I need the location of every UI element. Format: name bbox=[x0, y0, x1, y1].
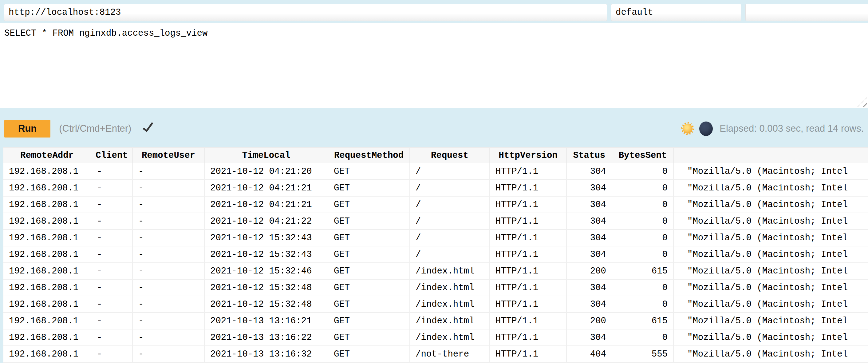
table-cell: "Mozilla/5.0 (Macintosh; Intel bbox=[674, 296, 868, 312]
shortcut-hint: (Ctrl/Cmd+Enter) bbox=[59, 123, 131, 134]
table-cell: "Mozilla/5.0 (Macintosh; Intel bbox=[674, 196, 868, 213]
table-cell: / bbox=[410, 213, 490, 229]
table-row: 192.168.208.1--2021-10-12 04:21:22GET/HT… bbox=[3, 213, 868, 229]
table-cell: 304 bbox=[566, 329, 612, 346]
table-cell: 0 bbox=[612, 329, 674, 346]
table-cell: / bbox=[410, 246, 490, 263]
run-toolbar: Run (Ctrl/Cmd+Enter) Elapsed: 0.003 sec,… bbox=[0, 108, 868, 147]
table-cell: 304 bbox=[566, 246, 612, 263]
table-cell: 2021-10-12 04:21:22 bbox=[205, 213, 328, 229]
table-cell: - bbox=[91, 246, 132, 263]
table-cell: - bbox=[91, 279, 132, 296]
table-cell: 2021-10-12 15:32:43 bbox=[205, 246, 328, 263]
table-row: 192.168.208.1--2021-10-12 15:32:46GET/in… bbox=[3, 263, 868, 279]
table-cell: - bbox=[91, 346, 132, 362]
moon-theme-icon[interactable] bbox=[699, 121, 713, 136]
table-cell: - bbox=[91, 180, 132, 196]
table-row: 192.168.208.1--2021-10-13 13:16:21GET/in… bbox=[3, 312, 868, 329]
table-cell: - bbox=[132, 229, 205, 246]
table-cell: 192.168.208.1 bbox=[3, 163, 91, 180]
table-cell: "Mozilla/5.0 (Macintosh; Intel bbox=[674, 346, 868, 362]
table-cell: "Mozilla/5.0 (Macintosh; Intel bbox=[674, 312, 868, 329]
table-cell: 2021-10-13 13:16:32 bbox=[205, 346, 328, 362]
sun-core bbox=[683, 124, 692, 134]
table-cell: 192.168.208.1 bbox=[3, 296, 91, 312]
table-cell: GET bbox=[328, 229, 410, 246]
column-header-useragent bbox=[674, 148, 868, 163]
query-stats-text: Elapsed: 0.003 sec, read 14 rows. bbox=[719, 123, 864, 134]
table-cell: / bbox=[410, 180, 490, 196]
table-cell: - bbox=[91, 296, 132, 312]
table-cell: "Mozilla/5.0 (Macintosh; Intel bbox=[674, 229, 868, 246]
table-cell: 192.168.208.1 bbox=[3, 196, 91, 213]
table-cell: - bbox=[91, 329, 132, 346]
table-cell: HTTP/1.1 bbox=[490, 263, 566, 279]
table-cell: GET bbox=[328, 279, 410, 296]
sun-theme-icon[interactable] bbox=[681, 122, 694, 135]
table-cell: 200 bbox=[566, 263, 612, 279]
table-cell: / bbox=[410, 196, 490, 213]
table-cell: /index.html bbox=[410, 279, 490, 296]
table-cell: GET bbox=[328, 312, 410, 329]
table-cell: "Mozilla/5.0 (Macintosh; Intel bbox=[674, 279, 868, 296]
table-row: 192.168.208.1--2021-10-12 04:21:21GET/HT… bbox=[3, 196, 868, 213]
password-input[interactable] bbox=[745, 4, 868, 21]
table-cell: "Mozilla/5.0 (Macintosh; Intel bbox=[674, 213, 868, 229]
table-cell: 2021-10-12 15:32:46 bbox=[205, 263, 328, 279]
clickhouse-play-app: SELECT * FROM nginxdb.access_logs_view R… bbox=[0, 0, 868, 363]
table-cell: 0 bbox=[612, 279, 674, 296]
table-cell: GET bbox=[328, 196, 410, 213]
table-cell: HTTP/1.1 bbox=[490, 312, 566, 329]
table-cell: "Mozilla/5.0 (Macintosh; Intel bbox=[674, 263, 868, 279]
table-cell: "Mozilla/5.0 (Macintosh; Intel bbox=[674, 246, 868, 263]
table-cell: 192.168.208.1 bbox=[3, 329, 91, 346]
table-cell: 2021-10-13 13:16:21 bbox=[205, 312, 328, 329]
server-url-input[interactable] bbox=[4, 4, 607, 21]
table-cell: - bbox=[132, 213, 205, 229]
table-cell: - bbox=[132, 246, 205, 263]
table-cell: 192.168.208.1 bbox=[3, 246, 91, 263]
table-cell: - bbox=[132, 296, 205, 312]
sql-query-textarea[interactable]: SELECT * FROM nginxdb.access_logs_view bbox=[0, 23, 868, 108]
table-cell: "Mozilla/5.0 (Macintosh; Intel bbox=[674, 163, 868, 180]
table-cell: 304 bbox=[566, 180, 612, 196]
table-cell: 0 bbox=[612, 296, 674, 312]
table-row: 192.168.208.1--2021-10-12 04:21:21GET/HT… bbox=[3, 180, 868, 196]
column-header-request: Request bbox=[410, 148, 490, 163]
table-cell: / bbox=[410, 229, 490, 246]
results-area: RemoteAddrClientRemoteUserTimeLocalReque… bbox=[3, 147, 868, 363]
table-cell: HTTP/1.1 bbox=[490, 213, 566, 229]
table-cell: 304 bbox=[566, 279, 612, 296]
run-button[interactable]: Run bbox=[4, 120, 51, 138]
table-cell: HTTP/1.1 bbox=[490, 296, 566, 312]
table-cell: - bbox=[132, 346, 205, 362]
table-row: 192.168.208.1--2021-10-12 15:32:43GET/HT… bbox=[3, 246, 868, 263]
column-header-status: Status bbox=[566, 148, 612, 163]
table-cell: HTTP/1.1 bbox=[490, 163, 566, 180]
table-header-row: RemoteAddrClientRemoteUserTimeLocalReque… bbox=[3, 148, 868, 163]
table-cell: 304 bbox=[566, 229, 612, 246]
table-cell: 2021-10-12 15:32:43 bbox=[205, 229, 328, 246]
table-cell: /index.html bbox=[410, 296, 490, 312]
table-cell: 2021-10-12 04:21:21 bbox=[205, 196, 328, 213]
table-cell: HTTP/1.1 bbox=[490, 246, 566, 263]
table-cell: - bbox=[91, 229, 132, 246]
table-row: 192.168.208.1--2021-10-13 13:16:32GET/no… bbox=[3, 346, 868, 362]
table-cell: 192.168.208.1 bbox=[3, 312, 91, 329]
table-cell: 0 bbox=[612, 213, 674, 229]
table-cell: 555 bbox=[612, 346, 674, 362]
table-cell: HTTP/1.1 bbox=[490, 180, 566, 196]
table-row: 192.168.208.1--2021-10-12 15:32:43GET/HT… bbox=[3, 229, 868, 246]
table-cell: 0 bbox=[612, 229, 674, 246]
table-cell: 304 bbox=[566, 296, 612, 312]
query-editor-area: SELECT * FROM nginxdb.access_logs_view bbox=[0, 23, 868, 108]
table-cell: 304 bbox=[566, 213, 612, 229]
table-cell: - bbox=[132, 312, 205, 329]
column-header-bytessent: BytesSent bbox=[612, 148, 674, 163]
table-cell: HTTP/1.1 bbox=[490, 229, 566, 246]
table-cell: - bbox=[132, 180, 205, 196]
username-input[interactable] bbox=[611, 4, 741, 21]
check-mark-icon bbox=[143, 120, 153, 132]
table-cell: 2021-10-12 15:32:48 bbox=[205, 279, 328, 296]
column-header-httpversion: HttpVersion bbox=[490, 148, 566, 163]
